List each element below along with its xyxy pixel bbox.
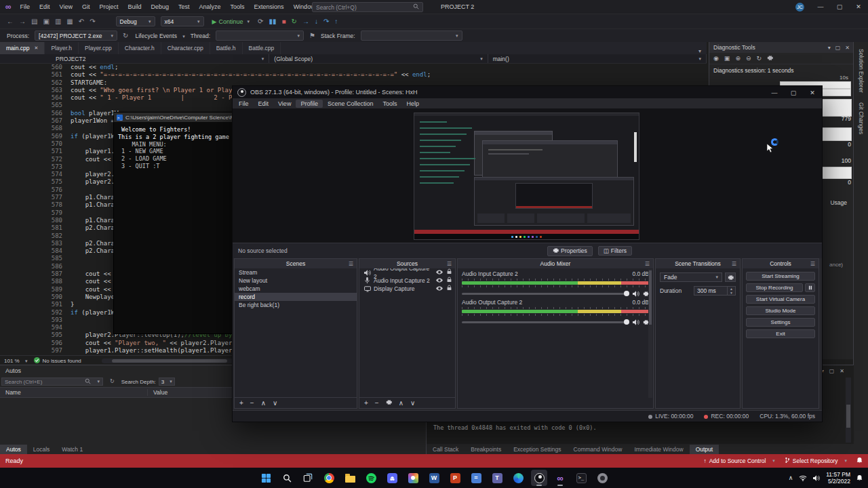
- bottom-tab-watch-1[interactable]: Watch 1: [56, 445, 89, 454]
- menu-debug[interactable]: Debug: [146, 0, 174, 14]
- obs-menu-view[interactable]: View: [273, 100, 296, 108]
- menu-git[interactable]: Git: [77, 0, 95, 14]
- vs-search-box[interactable]: Search (Ctrl+Q): [312, 2, 423, 12]
- tab-overflow-icon[interactable]: ▾: [698, 48, 707, 54]
- menu-view[interactable]: View: [55, 0, 77, 14]
- volume-icon[interactable]: [813, 472, 820, 484]
- vs-maximize-button[interactable]: ▢: [830, 0, 849, 14]
- column-name[interactable]: Name: [0, 389, 148, 396]
- menu-test[interactable]: Test: [174, 0, 195, 14]
- taskbar-icon-discord[interactable]: [384, 470, 400, 486]
- obs-minimize-button[interactable]: —: [765, 86, 784, 100]
- process-dropdown[interactable]: [42472] PROJECT 2.exe▾: [35, 30, 117, 41]
- undo-icon[interactable]: ↶: [79, 14, 84, 29]
- stop-debug-icon[interactable]: ■: [281, 14, 285, 29]
- transition-dropdown[interactable]: Fade ▾: [660, 272, 722, 282]
- lifecycle-events-button[interactable]: Lifecycle Events ▾: [135, 33, 184, 39]
- taskbar-icon-powerpoint[interactable]: P: [447, 470, 463, 486]
- lock-icon[interactable]: [447, 268, 452, 277]
- redo-icon[interactable]: ↷: [90, 14, 95, 29]
- obs-menu-scene-collection[interactable]: Scene Collection: [323, 100, 378, 108]
- taskbar-icon-spotify[interactable]: [363, 470, 379, 486]
- break-all-icon[interactable]: ▮▮: [269, 14, 276, 29]
- side-tab-solution-explorer[interactable]: Solution Explorer: [858, 49, 865, 93]
- volume-slider[interactable]: [462, 293, 629, 295]
- continue-button[interactable]: ▶ Continue ▾: [212, 18, 250, 25]
- scene-item[interactable]: Stream: [235, 268, 357, 277]
- move-scene-down-button[interactable]: ∨: [273, 399, 277, 407]
- mixer-scrollbar[interactable]: [648, 269, 652, 398]
- volume-slider-handle[interactable]: [624, 319, 629, 325]
- visibility-eye-icon[interactable]: [436, 285, 443, 293]
- side-tab-git-changes[interactable]: Git Changes: [858, 102, 865, 134]
- remove-scene-button[interactable]: −: [250, 399, 254, 407]
- obs-maximize-button[interactable]: ▢: [784, 86, 803, 100]
- taskbar-icon-task-view[interactable]: [300, 470, 316, 486]
- taskbar-icon-search[interactable]: [279, 470, 295, 486]
- usage-tab-label[interactable]: Usage: [830, 199, 847, 206]
- start-virtual-camera-button[interactable]: Start Virtual Camera: [746, 295, 815, 304]
- autos-search-input[interactable]: Search (Ctrl+E) ▾: [1, 378, 103, 386]
- source-item[interactable]: Audio Output Capture 2: [359, 268, 455, 277]
- step-out-icon[interactable]: ↑: [334, 14, 338, 29]
- record-icon[interactable]: ◉: [713, 55, 719, 62]
- taskbar-icon-visual-studio[interactable]: ∞: [552, 470, 568, 486]
- panel-close-icon[interactable]: ✕: [845, 45, 850, 51]
- remove-source-button[interactable]: −: [375, 399, 379, 407]
- source-item[interactable]: Audio Input Capture 2: [359, 277, 455, 285]
- bottom-tab-breakpoints[interactable]: Breakpoints: [465, 445, 507, 454]
- bottom-tab-locals[interactable]: Locals: [27, 445, 56, 454]
- wifi-icon[interactable]: [799, 472, 807, 484]
- menu-tools[interactable]: Tools: [226, 0, 250, 14]
- menu-extensions[interactable]: Extensions: [250, 0, 289, 14]
- panel-dropdown-icon[interactable]: ▾: [828, 45, 831, 51]
- bottom-tab-call-stack[interactable]: Call Stack: [427, 445, 465, 454]
- obs-menu-help[interactable]: Help: [401, 100, 424, 108]
- notification-bell-icon[interactable]: [856, 472, 863, 484]
- tab-Battle-cpp[interactable]: Battle.cpp: [243, 42, 281, 54]
- transition-settings-button[interactable]: [725, 272, 736, 282]
- breadcrumb-segment-2[interactable]: main()▾: [488, 54, 707, 63]
- taskbar-icon-calculator[interactable]: =: [468, 470, 484, 486]
- settings-gear-icon[interactable]: [767, 55, 773, 62]
- taskbar-icon-start[interactable]: [258, 470, 274, 486]
- tab-Player-cpp[interactable]: Player.cpp: [79, 42, 119, 54]
- tab-Character-cpp[interactable]: Character.cpp: [161, 42, 210, 54]
- lock-icon[interactable]: [447, 277, 452, 285]
- select-tool-icon[interactable]: ▣: [724, 55, 730, 62]
- forward-icon[interactable]: →: [19, 14, 26, 29]
- hot-reload-icon[interactable]: ⟳: [258, 14, 263, 29]
- save-all-icon[interactable]: ▦: [66, 14, 73, 29]
- save-icon[interactable]: ▥: [55, 14, 61, 29]
- move-source-down-button[interactable]: ∨: [410, 399, 415, 407]
- taskbar-icon-file-explorer[interactable]: [342, 470, 358, 486]
- move-scene-up-button[interactable]: ∧: [261, 399, 266, 407]
- tab-Player-h[interactable]: Player.h: [45, 42, 79, 54]
- platform-dropdown[interactable]: x64▾: [161, 16, 204, 26]
- tray-clock[interactable]: 11:57 PM 5/2/2022: [826, 471, 850, 485]
- exit-button[interactable]: Exit: [746, 329, 815, 338]
- bottom-tab-immediate-window[interactable]: Immediate Window: [628, 445, 689, 454]
- back-icon[interactable]: ←: [7, 14, 14, 29]
- taskbar-icon-photos[interactable]: [405, 470, 421, 486]
- panel-pin-icon[interactable]: ▢: [829, 368, 835, 374]
- duration-spinner[interactable]: 300 ms ▲▼: [694, 286, 736, 296]
- obs-menu-edit[interactable]: Edit: [254, 100, 274, 108]
- bottom-tab-autos[interactable]: Autos: [0, 445, 27, 454]
- tab-Character-h[interactable]: Character.h: [119, 42, 161, 54]
- flag-icon[interactable]: ⚑: [309, 28, 315, 43]
- taskbar-icon-terminal[interactable]: >_: [573, 470, 589, 486]
- visibility-eye-icon[interactable]: [436, 277, 443, 285]
- dock-menu-icon[interactable]: ☰: [645, 261, 650, 267]
- obs-menu-tools[interactable]: Tools: [378, 100, 401, 108]
- tab-Battle-h[interactable]: Battle.h: [210, 42, 243, 54]
- new-file-icon[interactable]: ▤: [31, 14, 37, 29]
- taskbar-icon-teams[interactable]: T: [489, 470, 505, 486]
- step-into-icon[interactable]: ↓: [315, 14, 318, 29]
- thread-dropdown[interactable]: ▾: [216, 30, 304, 41]
- studio-mode-button[interactable]: Studio Mode: [746, 306, 815, 315]
- stack-frame-dropdown[interactable]: ▾: [361, 30, 462, 41]
- menu-project[interactable]: Project: [94, 0, 123, 14]
- select-repository-button[interactable]: Select Repository ▾: [785, 457, 847, 465]
- panel-pin-icon[interactable]: ▢: [835, 45, 841, 51]
